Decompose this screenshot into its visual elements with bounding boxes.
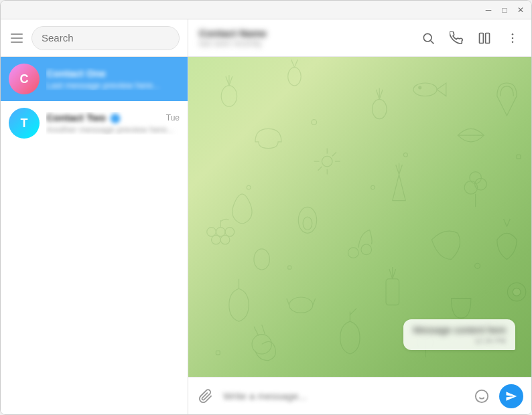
svg-line-1 (431, 40, 434, 44)
svg-line-53 (350, 309, 356, 315)
svg-point-38 (348, 248, 358, 258)
app-window: ─ □ ✕ C C (0, 0, 532, 415)
chat-area: Contact Name last seen recently (188, 19, 531, 414)
menu-icon[interactable] (9, 30, 25, 46)
chat-item[interactable]: C Contact One Last message preview here.… (1, 57, 188, 101)
chat-preview: Last message preview here... (46, 80, 180, 90)
svg-point-60 (247, 185, 251, 189)
svg-point-72 (207, 228, 216, 237)
verified-badge (111, 114, 120, 123)
svg-line-31 (399, 165, 403, 175)
svg-point-14 (373, 99, 387, 118)
chat-item[interactable]: T Contact Two Tue Another message previe… (1, 101, 188, 145)
svg-line-13 (294, 60, 297, 68)
svg-point-58 (312, 120, 317, 125)
titlebar: ─ □ ✕ (1, 1, 531, 19)
svg-rect-44 (386, 279, 399, 305)
svg-point-71 (225, 228, 235, 237)
svg-point-62 (371, 185, 375, 189)
svg-point-49 (252, 335, 271, 354)
sidebar-header (1, 19, 188, 57)
send-button[interactable] (499, 384, 523, 408)
svg-line-45 (389, 269, 393, 279)
svg-line-9 (229, 76, 232, 86)
svg-line-12 (291, 60, 295, 68)
svg-point-11 (288, 68, 302, 86)
svg-point-61 (475, 263, 480, 268)
attach-icon[interactable] (196, 387, 215, 406)
emoji-icon[interactable] (472, 387, 491, 406)
main-content: C Contact One Last message preview here.… (1, 19, 531, 414)
chat-preview: Another message preview here... (46, 124, 180, 135)
chat-header-info: Contact Name last seen recently (199, 27, 415, 48)
svg-point-26 (419, 86, 421, 89)
sidebar: C Contact One Last message preview here.… (1, 19, 188, 414)
chat-name: Contact Two (46, 112, 120, 123)
svg-line-24 (318, 167, 322, 171)
svg-line-23 (332, 152, 336, 156)
search-input[interactable] (31, 26, 180, 50)
svg-rect-65 (216, 351, 220, 355)
svg-line-30 (396, 165, 399, 175)
phone-icon[interactable] (448, 30, 464, 46)
svg-point-25 (413, 83, 437, 96)
svg-line-8 (226, 76, 229, 86)
chat-info: Contact One Last message preview here... (46, 68, 180, 90)
search-icon[interactable] (420, 30, 436, 46)
svg-point-28 (298, 207, 316, 233)
svg-rect-63 (517, 155, 521, 159)
svg-point-70 (216, 228, 225, 237)
svg-rect-64 (288, 266, 291, 269)
svg-line-50 (262, 325, 265, 335)
chat-list: C Contact One Last message preview here.… (1, 57, 188, 414)
svg-line-46 (393, 269, 396, 279)
columns-icon[interactable] (476, 30, 492, 46)
svg-point-5 (512, 37, 514, 39)
svg-line-51 (254, 327, 259, 336)
message-input[interactable] (223, 390, 464, 402)
svg-point-6 (512, 41, 514, 43)
chat-name: Contact One (46, 68, 106, 79)
svg-point-0 (423, 33, 431, 42)
maximize-button[interactable]: □ (499, 5, 510, 15)
svg-point-7 (221, 86, 237, 106)
chat-header: Contact Name last seen recently (188, 19, 531, 57)
avatar: T (9, 108, 40, 139)
svg-line-41 (507, 219, 510, 227)
svg-rect-3 (486, 33, 490, 43)
chat-header-name: Contact Name (199, 27, 415, 39)
svg-point-18 (322, 156, 332, 167)
svg-point-37 (254, 249, 269, 270)
svg-line-40 (504, 219, 507, 227)
chat-input-area (188, 377, 531, 414)
chat-messages: Message content here 12:34 PM (188, 57, 531, 377)
avatar: C (9, 64, 40, 94)
more-icon[interactable] (505, 30, 521, 46)
svg-line-15 (376, 90, 379, 100)
close-button[interactable]: ✕ (515, 5, 526, 15)
svg-point-43 (289, 297, 313, 313)
svg-line-16 (379, 90, 383, 100)
svg-point-39 (361, 244, 372, 255)
svg-rect-2 (480, 33, 484, 43)
message-time: 12:34 PM (413, 337, 506, 345)
message-bubble: Message content here 12:34 PM (403, 319, 515, 350)
svg-point-29 (303, 217, 312, 230)
svg-point-59 (403, 153, 407, 157)
minimize-button[interactable]: ─ (483, 5, 494, 15)
chat-info: Contact Two Tue Another message preview … (46, 112, 180, 135)
svg-point-67 (513, 288, 521, 296)
svg-point-74 (476, 390, 488, 402)
message-text: Message content here (413, 325, 506, 335)
chat-time: Tue (166, 113, 180, 122)
chat-header-status: last seen recently (199, 39, 415, 48)
header-icons (420, 30, 521, 46)
svg-point-4 (512, 33, 514, 35)
chat-name-row: Contact Two Tue (46, 112, 180, 123)
chat-name-row: Contact One (46, 68, 180, 79)
